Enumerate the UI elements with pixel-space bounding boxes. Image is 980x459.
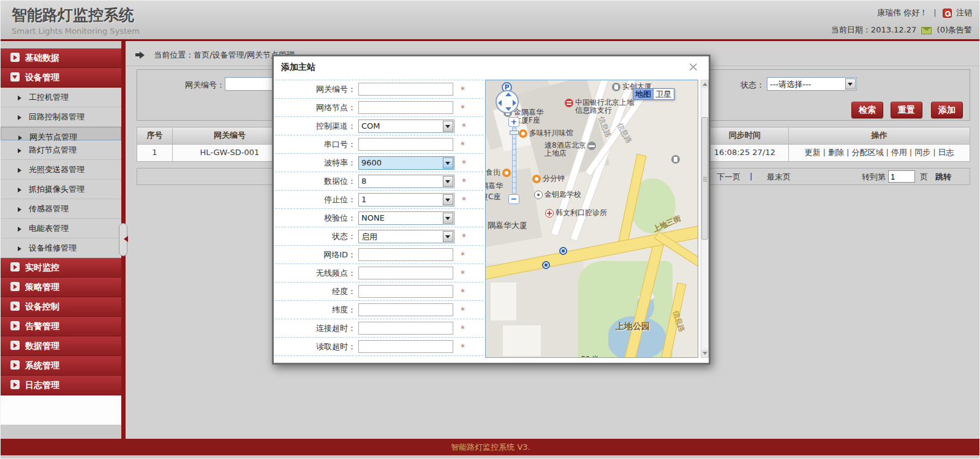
sidebar-collapse-handle[interactable] bbox=[119, 223, 127, 256]
page-number-input[interactable] bbox=[888, 170, 915, 183]
sidebar-item-ipc-management[interactable]: 工控机管理 bbox=[1, 88, 121, 107]
caret-right-icon bbox=[18, 207, 24, 212]
location-map[interactable]: 实创大厦 中国银行北京上地信息路支行 金隅嘉华大厦F座 多味轩川味馆 速8酒店北… bbox=[485, 80, 698, 358]
play-icon bbox=[10, 262, 20, 271]
sidebar-item-system-management[interactable]: 系统管理 bbox=[1, 356, 121, 376]
caret-right-icon bbox=[18, 188, 24, 192]
sidebar-item-log-management[interactable]: 日志管理 bbox=[1, 376, 121, 395]
chevron-down-icon bbox=[443, 121, 453, 132]
op-sync-link[interactable]: 同步 bbox=[914, 148, 930, 157]
map-type-satellite-button[interactable]: 卫星 bbox=[654, 88, 674, 100]
op-log-link[interactable]: 日志 bbox=[938, 148, 954, 157]
sidebar-item-snapshot-camera[interactable]: 抓拍摄像头管理 bbox=[1, 180, 121, 199]
network-id-input[interactable] bbox=[358, 248, 453, 261]
map-building-block bbox=[503, 325, 541, 356]
next-page-link[interactable]: 下一页 bbox=[717, 172, 741, 183]
scroll-up-icon[interactable] bbox=[701, 80, 708, 88]
sidebar-item-device-maintenance[interactable]: 设备维修管理 bbox=[1, 238, 121, 258]
sidebar-item-alarm[interactable]: 告警管理 bbox=[1, 317, 121, 336]
building-icon bbox=[612, 83, 620, 91]
serial-port-input[interactable] bbox=[358, 138, 453, 151]
envelope-icon[interactable] bbox=[921, 27, 932, 34]
caret-right-icon bbox=[18, 135, 24, 140]
restaurant-icon bbox=[519, 129, 527, 138]
stop-bits-select[interactable]: 1 bbox=[358, 193, 454, 207]
status-select[interactable]: ---请选择--- bbox=[767, 77, 857, 91]
latitude-input[interactable] bbox=[358, 303, 453, 316]
alerts-count[interactable]: (0)条告警 bbox=[937, 25, 972, 34]
chevron-down-icon bbox=[845, 78, 856, 89]
sidebar-item-data-management[interactable]: 数据管理 bbox=[1, 336, 121, 356]
zoom-out-button[interactable]: − bbox=[508, 194, 519, 204]
modal-scrollbar[interactable] bbox=[701, 80, 709, 358]
map-pan-control[interactable] bbox=[496, 90, 519, 113]
zoom-in-button[interactable]: + bbox=[508, 117, 519, 127]
play-icon bbox=[10, 380, 20, 389]
data-bits-select[interactable]: 8 bbox=[358, 175, 454, 188]
required-marker: * bbox=[462, 176, 468, 186]
jump-button[interactable]: 跳转 bbox=[935, 172, 951, 183]
sidebar-item-energy-meter[interactable]: 电能表管理 bbox=[1, 219, 121, 238]
sidebar-item-sensor[interactable]: 传感器管理 bbox=[1, 199, 121, 219]
required-marker: * bbox=[461, 85, 467, 94]
sidebar-item-loop-controller[interactable]: 回路控制器管理 bbox=[1, 107, 121, 127]
status-select[interactable]: 启用 bbox=[358, 230, 454, 243]
logout-link[interactable]: 注销 bbox=[956, 8, 972, 17]
bus-stop-icon bbox=[542, 261, 550, 269]
col-gateway: 网关编号 bbox=[173, 127, 287, 144]
current-date: 当前日期：2013.12.27 bbox=[831, 25, 916, 34]
footer: 智能路灯监控系统 V3. bbox=[1, 439, 980, 455]
op-disable-link[interactable]: 停用 bbox=[891, 148, 907, 157]
sidebar-item-realtime-monitor[interactable]: 实时监控 bbox=[1, 258, 121, 278]
network-node-input[interactable] bbox=[358, 101, 453, 114]
read-timeout-input[interactable] bbox=[358, 340, 453, 353]
app-title: 智能路灯监控系统 bbox=[12, 5, 140, 25]
map-type-map-button[interactable]: 地图 bbox=[633, 88, 654, 100]
sidebar-item-light-transmitter[interactable]: 光照变送器管理 bbox=[1, 160, 121, 180]
last-page-link[interactable]: 最末页 bbox=[767, 172, 791, 183]
sidebar-item-device-management[interactable]: 设备管理 bbox=[1, 68, 121, 88]
control-channel-select[interactable]: COM bbox=[358, 119, 454, 133]
sidebar-item-gateway-node[interactable]: 网关节点管理 bbox=[1, 127, 121, 140]
form-row: 读取超时：* bbox=[275, 338, 483, 356]
map-poi-label: 分分钟 bbox=[543, 175, 565, 183]
sidebar-item-basic-data[interactable]: 基础数据 bbox=[1, 48, 121, 68]
gateway-number-input[interactable] bbox=[358, 83, 453, 96]
required-marker: * bbox=[461, 305, 467, 315]
sidebar-item-strategy[interactable]: 策略管理 bbox=[1, 278, 121, 297]
form-row: 校验位：NONE bbox=[275, 209, 483, 227]
sidebar-item-device-control[interactable]: 设备控制 bbox=[1, 297, 121, 317]
play-icon bbox=[10, 341, 20, 350]
col-sync-time: 同步时间 bbox=[701, 127, 789, 144]
required-marker: * bbox=[461, 342, 467, 352]
hotel-icon bbox=[587, 142, 596, 150]
wireless-freq-input[interactable] bbox=[358, 267, 453, 279]
op-delete-link[interactable]: 删除 bbox=[828, 148, 844, 157]
caret-right-icon bbox=[18, 115, 24, 120]
add-button[interactable]: 添加 bbox=[931, 102, 963, 118]
op-assign-area-link[interactable]: 分配区域 bbox=[851, 148, 883, 157]
parity-select[interactable]: NONE bbox=[358, 211, 454, 225]
reset-button[interactable]: 重置 bbox=[891, 102, 922, 118]
required-marker: * bbox=[461, 287, 467, 297]
map-building-block bbox=[491, 283, 516, 321]
longitude-input[interactable] bbox=[358, 285, 453, 298]
dialog-title: 添加主站 bbox=[274, 56, 709, 77]
close-icon[interactable]: × bbox=[688, 59, 699, 75]
header: 智能路灯监控系统 Smart Lights Monitoring System … bbox=[1, 1, 980, 39]
op-update-link[interactable]: 更新 bbox=[805, 148, 821, 157]
chevron-down-icon bbox=[443, 231, 453, 242]
connect-timeout-input[interactable] bbox=[358, 322, 453, 335]
goto-suffix-label: 页 bbox=[920, 172, 928, 183]
pan-right-icon bbox=[513, 100, 516, 106]
zoom-slider-thumb[interactable] bbox=[510, 131, 519, 135]
scrollbar-thumb[interactable] bbox=[701, 117, 708, 240]
restaurant-icon bbox=[502, 169, 511, 177]
scroll-down-icon[interactable] bbox=[701, 349, 708, 357]
baud-rate-select[interactable]: 9600 bbox=[358, 156, 454, 170]
search-button[interactable]: 检索 bbox=[851, 102, 883, 118]
sidebar-item-lamp-node[interactable]: 路灯节点管理 bbox=[1, 140, 121, 160]
play-icon bbox=[10, 282, 20, 291]
zoom-slider-track[interactable] bbox=[512, 127, 516, 194]
arrow-right-icon bbox=[140, 51, 148, 59]
